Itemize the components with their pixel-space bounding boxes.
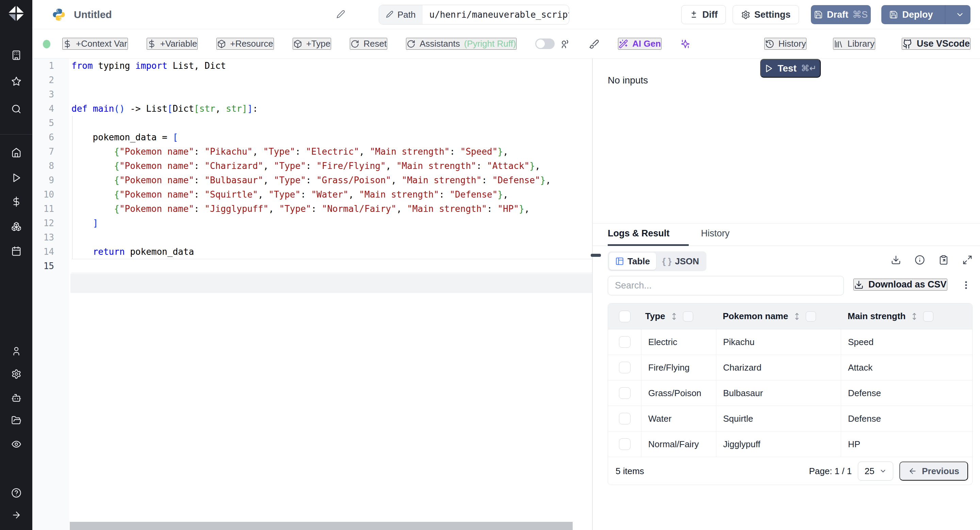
resources-icon[interactable] [11, 221, 21, 231]
vscode-cat-icon [902, 39, 913, 49]
editor-below-content [70, 274, 592, 293]
search-input[interactable] [608, 276, 844, 295]
code-line[interactable]: {"Pokemon name": "Squirtle", "Type": "Wa… [72, 187, 592, 202]
home-icon[interactable] [11, 147, 21, 158]
variables-icon[interactable] [11, 196, 21, 207]
history-button[interactable]: History [764, 38, 807, 50]
package-icon [217, 40, 226, 48]
audit-logs-icon[interactable] [11, 439, 21, 449]
column-filter-box[interactable] [683, 311, 693, 322]
sort-icon[interactable] [910, 312, 918, 321]
previous-page-button[interactable]: Previous [899, 461, 968, 481]
code-line[interactable] [72, 259, 592, 273]
runs-icon[interactable] [11, 173, 21, 183]
column-header[interactable]: Type [645, 311, 665, 322]
deploy-button[interactable]: Deploy [881, 5, 970, 24]
code-line[interactable]: from typing import List, Dict [72, 59, 592, 73]
column-filter-box[interactable] [806, 311, 816, 322]
code-line[interactable]: pokemon_data = [ [72, 130, 592, 144]
expand-sidebar-icon[interactable] [11, 510, 21, 520]
column-header[interactable]: Pokemon name [723, 311, 788, 322]
settings-button[interactable]: Settings [733, 5, 799, 24]
assistants-note: (Pyright Ruff) [464, 38, 516, 49]
code-line[interactable]: {"Pokemon name": "Bulbasaur", "Type": "G… [72, 173, 592, 187]
table-cell: Grass/Poison [641, 380, 716, 405]
row-checkbox[interactable] [619, 438, 630, 450]
gear-icon [741, 10, 750, 19]
expand-result-icon[interactable] [962, 255, 972, 265]
assistants-button[interactable]: Assistants (Pyright Ruff) [406, 38, 517, 50]
deploy-dropdown-chevron-icon[interactable] [950, 10, 970, 19]
download-csv-button[interactable]: Download as CSV [853, 279, 947, 291]
column-filter-box[interactable] [923, 311, 933, 322]
tab-logs-result[interactable]: Logs & Result [608, 228, 670, 239]
favorites-icon[interactable] [11, 76, 21, 86]
settings-icon[interactable] [11, 369, 21, 379]
path-label: Path [398, 10, 416, 20]
workspace-icon[interactable] [11, 50, 21, 60]
code-line[interactable]: {"Pokemon name": "Jigglypuff", "Type": "… [72, 202, 592, 216]
code-area[interactable]: from typing import List, Dictdef main() … [72, 59, 592, 273]
edit-title-pencil-icon[interactable] [336, 10, 345, 19]
windmill-logo-icon[interactable] [7, 5, 25, 22]
code-line[interactable] [72, 87, 592, 102]
folders-icon[interactable] [11, 415, 21, 425]
code-line[interactable]: def main() -> List[Dict[str, str]]: [72, 102, 592, 116]
copy-result-icon[interactable] [939, 255, 949, 265]
code-line[interactable] [72, 73, 592, 87]
code-line[interactable] [72, 116, 592, 130]
code-line[interactable]: {"Pokemon name": "Pikachu", "Type": "Ele… [72, 144, 592, 159]
save-icon [889, 10, 898, 19]
users-icon[interactable] [11, 346, 21, 356]
table-menu-kebab-icon[interactable] [961, 280, 971, 290]
no-inputs-label: No inputs [608, 75, 648, 86]
info-icon[interactable] [915, 255, 925, 265]
code-line[interactable]: return pokemon_data [72, 244, 592, 259]
table-cell: Defense [841, 406, 972, 431]
library-button[interactable]: Library [833, 38, 875, 50]
save-icon [814, 10, 823, 19]
add-context-var-button[interactable]: +Context Var [62, 38, 128, 50]
status-dot [43, 40, 50, 48]
horizontal-scrollbar[interactable] [70, 522, 573, 530]
draft-button[interactable]: Draft ⌘S [811, 5, 871, 24]
use-vscode-button[interactable]: Use VScode [902, 38, 970, 50]
help-icon[interactable] [11, 488, 21, 498]
json-view-button[interactable]: { } JSON [656, 253, 705, 270]
schedules-icon[interactable] [11, 246, 21, 256]
add-type-button[interactable]: +Type [293, 38, 331, 50]
format-brush-icon[interactable] [589, 39, 599, 49]
path-button[interactable]: Path u/henri/maneuverable_script [379, 5, 569, 24]
row-checkbox[interactable] [619, 413, 630, 425]
table-cell: Electric [641, 329, 716, 354]
select-all-checkbox[interactable] [619, 311, 630, 322]
reset-button[interactable]: Reset [350, 38, 387, 50]
ai-gen-button[interactable]: AI Gen [618, 38, 662, 50]
row-checkbox[interactable] [619, 387, 630, 399]
table-row: Fire/FlyingCharizardAttack [608, 355, 972, 380]
row-checkbox[interactable] [619, 362, 630, 373]
row-checkbox[interactable] [619, 336, 630, 348]
download-result-icon[interactable] [891, 255, 901, 265]
multiplayer-icon[interactable] [560, 39, 570, 49]
table-view-button[interactable]: Table [609, 253, 656, 270]
code-line[interactable]: ] [72, 216, 592, 230]
workers-icon[interactable] [11, 393, 21, 403]
sort-icon[interactable] [670, 312, 678, 321]
column-header[interactable]: Main strength [848, 311, 905, 322]
search-icon[interactable] [11, 104, 21, 114]
sort-icon[interactable] [793, 312, 801, 321]
diff-button[interactable]: Diff [681, 5, 726, 24]
assistant-toggle[interactable] [535, 38, 555, 49]
tab-history[interactable]: History [701, 228, 730, 239]
page-size-select[interactable]: 25 [858, 461, 893, 481]
code-editor[interactable]: 123456789101112131415 from typing import… [32, 59, 592, 530]
test-button[interactable]: Test ⌘↵ [760, 59, 821, 78]
sparkles-icon[interactable] [680, 39, 690, 49]
add-variable-button[interactable]: +Variable [147, 38, 198, 50]
code-line[interactable]: {"Pokemon name": "Charizard", "Type": "F… [72, 159, 592, 173]
code-line[interactable] [72, 230, 592, 244]
dollar-icon [63, 40, 72, 48]
add-resource-button[interactable]: +Resource [216, 38, 274, 50]
panel-resize-grip[interactable] [591, 254, 601, 257]
